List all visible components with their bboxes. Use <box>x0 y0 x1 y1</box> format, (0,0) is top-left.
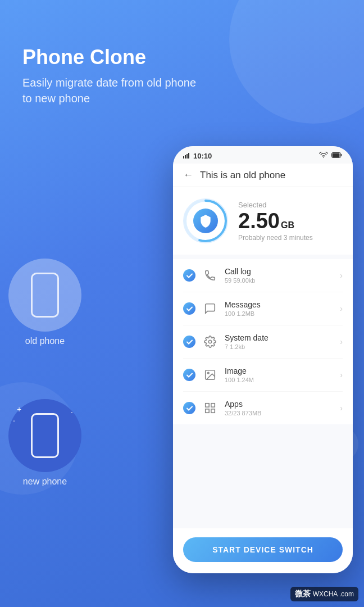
system-size: 7 1.2kb <box>225 343 333 350</box>
size-number: 2.50 <box>238 210 280 232</box>
list-item[interactable]: Call log 59 59.00kb › <box>183 259 343 292</box>
content-area: Selected 2.50 GB Probably need 3 minutes <box>173 187 353 528</box>
chevron-right-icon: › <box>340 304 343 313</box>
watermark-domain: WXCHA .com <box>313 590 354 598</box>
list-item[interactable]: Image 100 1.24M › <box>183 359 343 392</box>
start-device-switch-button[interactable]: START DEVICE SWITCH <box>183 537 343 562</box>
apps-icon <box>202 400 218 416</box>
svg-point-8 <box>208 340 212 343</box>
old-phone-label: old phone <box>25 336 65 346</box>
signal-icon <box>183 152 191 160</box>
new-phone-wrapper: + · · new phone <box>8 399 81 487</box>
check-icon-system <box>183 336 195 348</box>
svg-rect-0 <box>183 156 184 158</box>
message-icon <box>202 301 218 316</box>
selected-label: Selected <box>238 201 343 209</box>
chevron-right-icon: › <box>340 337 343 346</box>
image-icon <box>202 367 218 383</box>
settings-icon <box>202 334 218 350</box>
image-details: Image 100 1.24M <box>225 366 333 383</box>
apps-details: Apps 32/23 873MB <box>225 400 333 416</box>
svg-rect-12 <box>211 404 215 407</box>
items-list: Call log 59 59.00kb › Messages 100 1.2MB <box>173 259 353 424</box>
svg-point-10 <box>207 372 209 374</box>
status-bar: 10:10 <box>173 146 353 164</box>
svg-rect-1 <box>185 155 186 158</box>
system-name: System date <box>225 333 333 342</box>
chevron-right-icon: › <box>340 271 343 280</box>
chevron-right-icon: › <box>340 370 343 379</box>
phone-icon <box>202 268 218 283</box>
new-phone-label: new phone <box>23 477 67 487</box>
phone-mockup: 10:10 ← This is an old pho <box>173 146 353 573</box>
screen-title: This is an old phone <box>200 170 285 181</box>
new-phone-icon <box>31 413 59 458</box>
image-name: Image <box>225 366 333 375</box>
svg-rect-3 <box>188 153 189 158</box>
list-item[interactable]: Apps 32/23 873MB › <box>183 392 343 424</box>
old-phone-wrapper: old phone <box>8 259 81 346</box>
back-button[interactable]: ← <box>183 169 193 181</box>
size-unit: GB <box>281 220 294 230</box>
sparkle-1: + <box>17 405 21 414</box>
watermark: 微茶 WXCHA .com <box>290 587 358 601</box>
messages-details: Messages 100 1.2MB <box>225 300 333 317</box>
check-icon-image <box>183 369 195 381</box>
watermark-text: 微茶 <box>295 589 311 599</box>
chevron-right-icon: › <box>340 404 343 413</box>
apps-name: Apps <box>225 400 333 409</box>
calllog-size: 59 59.00kb <box>225 277 333 284</box>
image-size: 100 1.24M <box>225 377 333 383</box>
list-item[interactable]: System date 7 1.2kb › <box>183 325 343 359</box>
check-icon-apps <box>183 402 195 414</box>
time-estimate: Probably need 3 minutes <box>238 234 343 242</box>
check-icon-messages <box>183 302 195 315</box>
svg-rect-2 <box>186 154 188 158</box>
old-phone-icon <box>31 273 59 318</box>
sparkle-2: · <box>13 416 15 425</box>
messages-name: Messages <box>225 300 333 309</box>
list-item[interactable]: Messages 100 1.2MB › <box>183 292 343 325</box>
header-section: Phone Clone Easily migrate date from old… <box>22 45 342 106</box>
svg-rect-13 <box>206 409 209 413</box>
old-phone-circle <box>8 259 81 332</box>
system-details: System date 7 1.2kb <box>225 333 333 350</box>
calllog-name: Call log <box>225 267 333 276</box>
selected-section: Selected 2.50 GB Probably need 3 minutes <box>173 187 353 255</box>
app-subtitle: Easily migrate date from old phoneto new… <box>22 75 342 106</box>
start-button-area: START DEVICE SWITCH <box>173 528 353 573</box>
check-icon-calllog <box>183 269 195 282</box>
svg-rect-5 <box>333 153 340 157</box>
sparkle-3: · <box>71 407 73 416</box>
shield-circle <box>183 198 228 243</box>
messages-size: 100 1.2MB <box>225 310 333 317</box>
svg-rect-11 <box>206 404 209 407</box>
app-title: Phone Clone <box>22 45 342 69</box>
selected-info: Selected 2.50 GB Probably need 3 minutes <box>238 201 343 242</box>
svg-rect-14 <box>211 409 215 413</box>
wifi-icon <box>319 152 328 160</box>
calllog-details: Call log 59 59.00kb <box>225 267 333 284</box>
selected-size: 2.50 GB <box>238 210 343 232</box>
top-bar: ← This is an old phone <box>173 164 353 187</box>
status-icons <box>319 152 343 160</box>
status-time: 10:10 <box>183 152 212 160</box>
battery-icon <box>331 152 343 160</box>
apps-size: 32/23 873MB <box>225 410 333 416</box>
new-phone-circle: + · · <box>8 399 81 472</box>
